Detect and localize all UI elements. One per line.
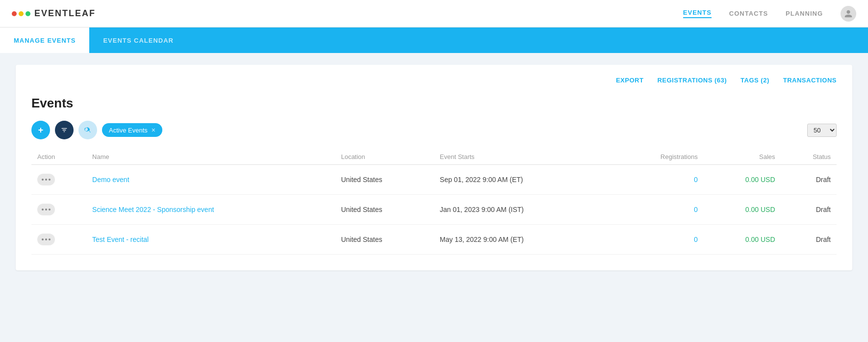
tab-manage-events[interactable]: MANAGE EVENTS: [0, 27, 89, 53]
active-events-tag: Active Events ×: [102, 123, 162, 137]
col-status: Status: [781, 149, 837, 165]
per-page-select[interactable]: 5025100: [807, 124, 837, 137]
event-starts-cell: Jan 01, 2023 9:00 AM (IST): [434, 195, 613, 225]
dot-red: [12, 11, 17, 16]
active-events-close[interactable]: ×: [152, 126, 155, 134]
status-cell: Draft: [781, 165, 837, 195]
action-cell: [31, 195, 86, 225]
export-link[interactable]: EXPORT: [616, 77, 643, 84]
table-row: Test Event - recital United States May 1…: [31, 225, 837, 255]
nav-contacts[interactable]: CONTACTS: [729, 10, 768, 17]
app-name: EVENTLEAF: [34, 8, 96, 19]
search-button[interactable]: [78, 121, 97, 139]
logo-area: EVENTLEAF: [12, 8, 96, 19]
event-name-cell: Test Event - recital: [86, 225, 335, 255]
dot-yellow: [19, 11, 24, 16]
status-cell: Draft: [781, 195, 837, 225]
event-name-link[interactable]: Demo event: [92, 176, 129, 184]
registrations-link[interactable]: REGISTRATIONS (63): [657, 77, 727, 84]
table-row: Demo event United States Sep 01, 2022 9:…: [31, 165, 837, 195]
tab-events-calendar[interactable]: EVENTS CALENDAR: [89, 27, 187, 53]
event-name-link[interactable]: Science Meet 2022 - Sponsorship event: [92, 206, 214, 213]
registrations-cell: 0: [613, 225, 704, 255]
top-actions: EXPORT REGISTRATIONS (63) TAGS (2) TRANS…: [31, 77, 837, 84]
main-content: EXPORT REGISTRATIONS (63) TAGS (2) TRANS…: [0, 53, 868, 282]
table-header-row: Action Name Location Event Starts Regist…: [31, 149, 837, 165]
event-name-link[interactable]: Test Event - recital: [92, 236, 149, 243]
event-name-cell: Demo event: [86, 165, 335, 195]
registrations-cell: 0: [613, 165, 704, 195]
more-dots-button[interactable]: [37, 174, 55, 185]
events-title: Events: [31, 96, 837, 111]
active-events-label: Active Events: [109, 127, 148, 134]
transactions-link[interactable]: TRANSACTIONS: [783, 77, 837, 84]
col-location: Location: [335, 149, 434, 165]
location-cell: United States: [335, 195, 434, 225]
col-action: Action: [31, 149, 86, 165]
registrations-cell: 0: [613, 195, 704, 225]
sub-nav: MANAGE EVENTS EVENTS CALENDAR: [0, 27, 868, 53]
event-name-cell: Science Meet 2022 - Sponsorship event: [86, 195, 335, 225]
col-registrations: Registrations: [613, 149, 704, 165]
dot-green: [26, 11, 30, 16]
sales-cell: 0.00 USD: [704, 195, 781, 225]
status-cell: Draft: [781, 225, 837, 255]
tags-link[interactable]: TAGS (2): [740, 77, 769, 84]
add-event-button[interactable]: +: [31, 121, 50, 139]
table-row: Science Meet 2022 - Sponsorship event Un…: [31, 195, 837, 225]
user-avatar[interactable]: [841, 6, 856, 22]
filter-button[interactable]: [55, 121, 74, 139]
top-nav: EVENTLEAF EVENTS CONTACTS PLANNING: [0, 0, 868, 27]
action-cell: [31, 225, 86, 255]
events-table: Action Name Location Event Starts Regist…: [31, 149, 837, 255]
more-dots-button[interactable]: [37, 204, 55, 215]
sales-cell: 0.00 USD: [704, 165, 781, 195]
logo-dots: [12, 11, 30, 16]
nav-links: EVENTS CONTACTS PLANNING: [683, 6, 856, 22]
col-name: Name: [86, 149, 335, 165]
sales-cell: 0.00 USD: [704, 225, 781, 255]
content-card: EXPORT REGISTRATIONS (63) TAGS (2) TRANS…: [16, 65, 852, 270]
filter-bar: + Active Events × 5025100: [31, 121, 837, 139]
nav-planning[interactable]: PLANNING: [786, 10, 823, 17]
nav-events[interactable]: EVENTS: [683, 9, 712, 18]
action-cell: [31, 165, 86, 195]
col-event-starts: Event Starts: [434, 149, 613, 165]
col-sales: Sales: [704, 149, 781, 165]
location-cell: United States: [335, 225, 434, 255]
more-dots-button[interactable]: [37, 234, 55, 245]
location-cell: United States: [335, 165, 434, 195]
event-starts-cell: May 13, 2022 9:00 AM (ET): [434, 225, 613, 255]
event-starts-cell: Sep 01, 2022 9:00 AM (ET): [434, 165, 613, 195]
